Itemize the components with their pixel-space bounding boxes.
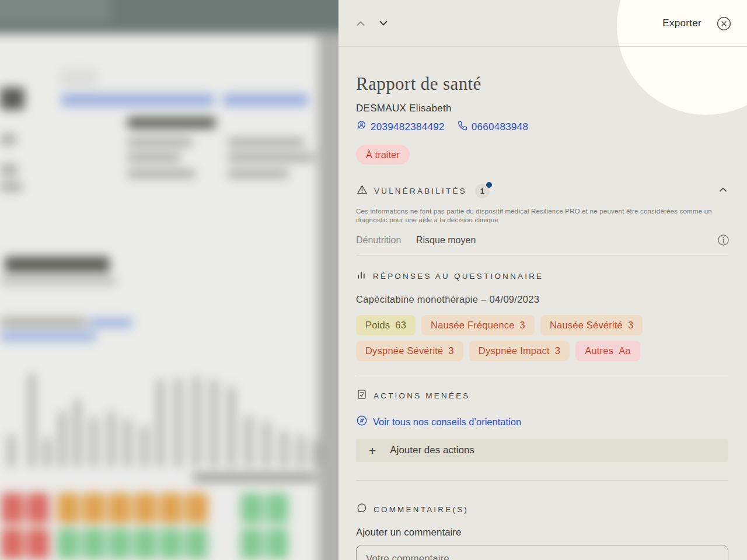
chip-value: 3 <box>448 345 453 356</box>
vulnerability-label: Dénutrition <box>356 235 416 246</box>
background-topbar-tab <box>0 0 111 22</box>
chip-label: Dyspnée Impact <box>479 345 550 356</box>
chip-label: Autres <box>585 345 613 356</box>
vulnerabilities-count-badge: 1 <box>475 184 490 198</box>
chip-label: Nausée Sévérité <box>550 320 623 331</box>
chip-autres[interactable]: Autres Aa <box>575 341 640 361</box>
blurred-text <box>127 138 193 146</box>
divider <box>356 480 728 481</box>
divider <box>356 376 728 376</box>
blurred-text <box>228 170 289 178</box>
comment-input[interactable] <box>356 545 728 560</box>
warning-icon <box>356 184 368 198</box>
actions-section-header: ACTIONS MENÉES <box>356 388 470 402</box>
chip-value: 3 <box>520 320 525 331</box>
add-comment-label: Ajouter un commentaire <box>356 527 461 538</box>
blurred-underline <box>0 279 117 284</box>
chip-poids[interactable]: Poids 63 <box>356 315 416 335</box>
text-answer-icon: Aa <box>619 345 631 356</box>
speech-bubble-icon <box>356 502 368 516</box>
vulnerabilities-title: VULNÉRABILITÉS <box>374 187 467 195</box>
comments-title: COMMENTAIRE(S) <box>374 505 469 514</box>
blurred-chip <box>60 69 97 86</box>
plus-icon: + <box>369 444 376 457</box>
clipboard-check-icon <box>356 388 368 402</box>
drawer-content: Rapport de santé DESMAUX Elisabeth 20394… <box>338 0 747 560</box>
blurred-text <box>228 138 305 146</box>
chip-label: Nausée Fréquence <box>431 320 515 331</box>
blurred-text <box>228 153 315 162</box>
comments-section-header: COMMENTAIRE(S) <box>356 502 469 516</box>
chip-label: Poids <box>365 320 390 331</box>
vulnerabilities-count: 1 <box>480 187 484 195</box>
blurred-link-text <box>223 94 308 106</box>
orientation-advice-label: Voir tous nos conseils d’orientation <box>373 416 521 428</box>
patient-id-value: 2039482384492 <box>371 121 445 133</box>
chip-label: Dyspnée Sévérité <box>365 345 443 356</box>
background-page <box>0 0 350 560</box>
chip-value: 3 <box>555 345 560 356</box>
chip-dyspnee-impact[interactable]: Dyspnée Impact 3 <box>469 341 570 361</box>
vulnerability-row: Dénutrition Risque moyen <box>356 234 729 246</box>
blurred-text <box>0 318 86 327</box>
patient-phone-link[interactable]: 0660483948 <box>458 121 529 134</box>
chip-value: 3 <box>628 320 633 331</box>
questionnaire-title: RÉPONSES AU QUESTIONNAIRE <box>373 272 543 281</box>
blurred-text <box>127 153 181 162</box>
blurred-heading <box>127 117 216 128</box>
info-button[interactable] <box>717 234 729 246</box>
status-badge: À traiter <box>356 145 410 164</box>
chip-nausee-severite[interactable]: Nausée Sévérité 3 <box>540 315 643 335</box>
person-search-icon <box>356 120 366 134</box>
blurred-axis-label <box>193 474 316 481</box>
blurred-text <box>0 134 16 145</box>
questionnaire-section-header: RÉPONSES AU QUESTIONNAIRE <box>356 270 543 283</box>
bar-chart-icon <box>356 270 367 283</box>
info-icon <box>717 239 729 248</box>
medical-disclaimer: Ces informations ne font pas partie du d… <box>356 207 715 225</box>
blurred-text <box>0 88 25 110</box>
chip-nausee-frequence[interactable]: Nausée Fréquence 3 <box>421 315 535 335</box>
patient-id-link[interactable]: 2039482384492 <box>356 120 445 134</box>
vulnerability-risk-value: Risque moyen <box>416 235 476 246</box>
phone-icon <box>458 121 467 134</box>
patient-contact-row: 2039482384492 0660483948 <box>356 120 528 134</box>
blurred-text <box>0 164 18 175</box>
chip-value: 63 <box>395 320 406 331</box>
actions-title: ACTIONS MENÉES <box>374 391 470 400</box>
add-actions-label: Ajouter des actions <box>390 444 474 456</box>
blurred-link-text <box>61 94 214 106</box>
patient-name: DESMAUX Elisabeth <box>356 103 452 114</box>
blurred-text <box>0 182 22 191</box>
blurred-bar-chart <box>0 350 327 467</box>
add-actions-button[interactable]: + Ajouter des actions <box>356 439 728 462</box>
page-title: Rapport de santé <box>356 74 481 94</box>
vulnerabilities-section-header[interactable]: VULNÉRABILITÉS 1 <box>356 183 729 198</box>
blurred-link-text <box>89 318 132 327</box>
screen: Exporter Rapport de santé DESMAUX Elisab… <box>0 0 747 560</box>
notification-dot <box>486 182 492 188</box>
health-report-drawer: Exporter Rapport de santé DESMAUX Elisab… <box>338 0 747 560</box>
background-blur-layer <box>0 0 350 560</box>
chip-dyspnee-severite[interactable]: Dyspnée Sévérité 3 <box>356 341 463 361</box>
orientation-advice-link[interactable]: Voir tous nos conseils d’orientation <box>356 415 521 429</box>
answer-chips: Poids 63 Nausée Fréquence 3 Nausée Sévér… <box>356 315 732 361</box>
blurred-text <box>127 170 196 178</box>
compass-icon <box>356 415 368 429</box>
blurred-heading <box>5 257 110 272</box>
divider <box>356 255 728 256</box>
collapse-chevron-up-icon[interactable] <box>717 183 729 198</box>
patient-phone-value: 0660483948 <box>472 121 529 133</box>
questionnaire-subtitle: Capécitabine monothérapie – 04/09/2023 <box>356 294 539 305</box>
blurred-link-text <box>0 332 96 341</box>
